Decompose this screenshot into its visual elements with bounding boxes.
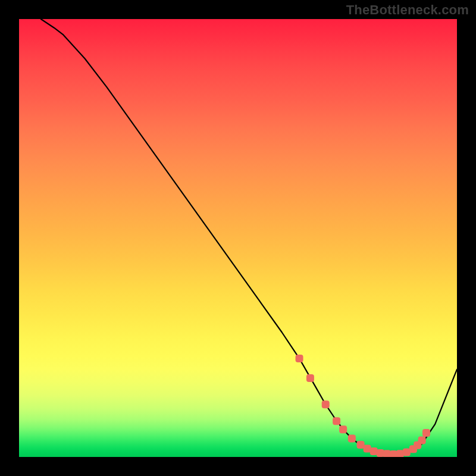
plot-area — [19, 19, 457, 457]
curve-marker — [339, 425, 347, 433]
curve-marker — [348, 435, 356, 443]
curve-marker — [422, 429, 430, 437]
chart-frame: TheBottleneck.com — [0, 0, 476, 476]
plot-svg — [19, 19, 457, 457]
bottleneck-curve — [41, 19, 457, 455]
curve-markers — [296, 355, 430, 457]
curve-marker — [306, 374, 314, 382]
curve-marker — [322, 400, 330, 408]
curve-marker — [296, 355, 303, 362]
curve-marker — [333, 417, 340, 425]
curve-marker — [418, 437, 426, 444]
watermark-text: TheBottleneck.com — [346, 2, 469, 18]
